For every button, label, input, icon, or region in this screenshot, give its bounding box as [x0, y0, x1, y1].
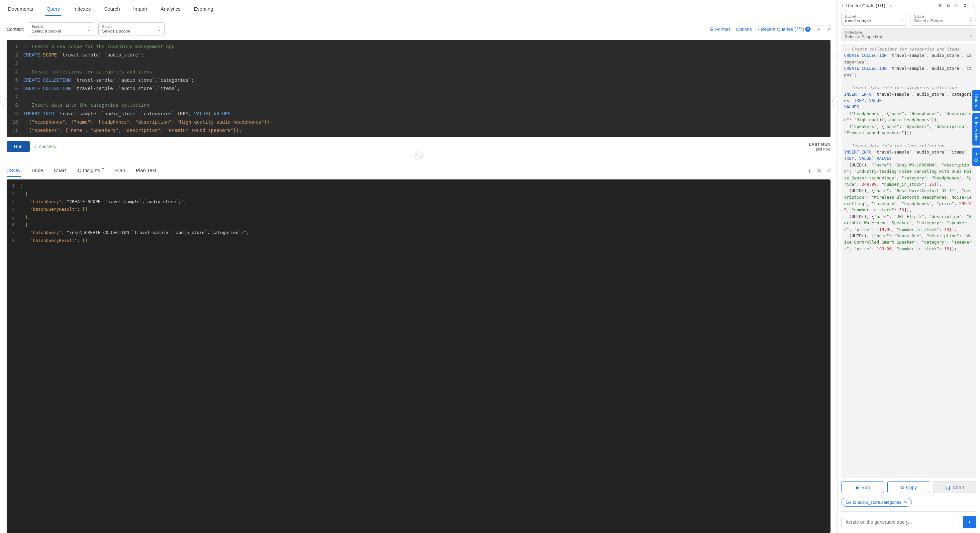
chevron-down-icon: ⌄ [900, 16, 904, 21]
bucket-select-label: Bucket [32, 25, 91, 29]
next-query-button[interactable]: › [832, 96, 842, 107]
side-run-label: Run [861, 485, 870, 490]
download-icon[interactable]: ⭳ [808, 168, 812, 173]
play-icon: ▶ [856, 485, 859, 490]
side-collections-value: Select a Scope first [845, 34, 973, 39]
format-label: Format [715, 27, 730, 32]
last-run-info: LAST RUN just now [808, 142, 830, 151]
last-run-value: just now [808, 147, 830, 151]
side-chart-button: 📊Chart [934, 482, 976, 493]
generated-query-code[interactable]: -- Create collections for categories and… [842, 44, 976, 478]
side-bucket-select[interactable]: Bucket travel-sample ⌄ [842, 12, 907, 25]
copy-icon: ⧉ [900, 484, 904, 490]
options-button[interactable]: Options [736, 27, 752, 32]
recent-queries-button[interactable]: ‹Recent Queries (7/7)? [758, 27, 811, 32]
new-chat-button[interactable]: ＋ [889, 3, 893, 9]
context-label: Context: [6, 27, 24, 32]
result-tab-chart[interactable]: Chart [53, 165, 67, 177]
side-scope-label: Scope [914, 14, 973, 18]
format-button[interactable]: ☰Format [710, 27, 730, 32]
tab-query[interactable]: Query [45, 3, 62, 16]
run-status: ✓success [34, 144, 56, 149]
run-status-label: success [39, 144, 56, 149]
recent-chats-label: Recent Chats (1/1) [846, 3, 885, 8]
more-icon[interactable]: ⋮ [972, 3, 976, 8]
side-bucket-value: travel-sample [845, 18, 904, 23]
copy-icon[interactable]: ⧉ [947, 3, 950, 8]
sparkle-icon: ✦ [100, 167, 104, 171]
rail-tab--iq[interactable]: ✦ iQ [972, 148, 980, 166]
rail-tab-index-advice[interactable]: Index Advice [972, 113, 980, 146]
prev-query-button[interactable]: ‹ [0, 96, 5, 107]
result-tab-table[interactable]: Table [30, 165, 44, 177]
result-tab-json[interactable]: JSON [6, 165, 21, 177]
result-tab-plan[interactable]: Plan [115, 165, 126, 177]
format-icon: ☰ [710, 27, 714, 32]
side-copy-label: Copy [906, 485, 917, 490]
side-bucket-label: Bucket [845, 14, 904, 18]
side-copy-button[interactable]: ⧉Copy [887, 482, 930, 493]
result-tab-iq-insights[interactable]: iQ Insights ✦ [76, 165, 105, 177]
last-run-label: LAST RUN [808, 142, 830, 147]
help-badge[interactable]: ? [805, 27, 811, 32]
scope-select[interactable]: Scope Select a scope ⌄ [98, 22, 165, 36]
side-scope-select[interactable]: Scope Select a Scope ⌄ [910, 12, 976, 25]
chat-input[interactable] [842, 516, 960, 528]
gear-icon[interactable]: ⚙ [963, 3, 967, 8]
recent-queries-label: Recent Queries (7/7) [761, 27, 804, 32]
sparkle-icon: ✦ [968, 520, 971, 525]
result-tab-plan-text[interactable]: Plan Text [135, 165, 157, 177]
tab-import[interactable]: Import [132, 3, 149, 16]
chevron-down-icon: ⌄ [969, 16, 972, 21]
tab-analytics[interactable]: Analytics [159, 3, 182, 16]
rail-tab-history[interactable]: History [972, 90, 980, 111]
chevron-down-icon: ⌄ [969, 32, 973, 37]
tab-eventing[interactable]: Eventing [192, 3, 214, 16]
resize-handle[interactable]: ⌃⌄ [414, 151, 423, 160]
chevron-down-icon: ⌄ [158, 27, 161, 32]
checkmark-icon: ✓ [34, 144, 38, 149]
fullscreen-icon[interactable]: ⤢ [827, 27, 830, 32]
scope-select-value: Select a scope [102, 29, 161, 33]
trash-icon[interactable]: 🗑 [938, 3, 942, 8]
recent-chats-title[interactable]: Recent Chats (1/1) [846, 3, 885, 8]
json-result-view[interactable]: 1[2 {3 "batchQuery": "CREATE SCOPE `trav… [6, 180, 830, 533]
side-run-button[interactable]: ▶Run [842, 482, 884, 493]
add-query-button[interactable]: ＋ [816, 26, 821, 32]
side-collections-select[interactable]: Collections Select a Scope first ⌄ [842, 28, 976, 41]
query-editor[interactable]: 1-- Create a new scope for the inventory… [6, 40, 830, 137]
goto-collection-chip[interactable]: Go to audio_store.categories✎ [842, 498, 912, 507]
goto-chip-label: Go to audio_store.categories [846, 500, 901, 505]
run-button[interactable]: Run [6, 141, 30, 152]
side-chart-label: Chart [953, 485, 964, 490]
side-collections-label: Collections [845, 30, 973, 34]
scope-select-label: Scope [102, 25, 161, 29]
chat-send-button[interactable]: ✦ [963, 516, 976, 528]
fullscreen-icon[interactable]: ⤢ [827, 168, 830, 173]
chevron-down-icon: ⌄ [87, 27, 91, 32]
bucket-select-value: Select a bucket [32, 29, 91, 33]
tab-search[interactable]: Search [103, 3, 121, 16]
side-scope-value: Select a Scope [914, 18, 973, 23]
chevron-left-icon: ‹ [758, 27, 759, 32]
tab-documents[interactable]: Documents [6, 3, 35, 16]
star-icon[interactable]: ☆ [955, 3, 958, 8]
copy-icon[interactable]: ⧉ [818, 168, 821, 173]
chart-icon: 📊 [945, 485, 951, 490]
wand-icon: ✎ [904, 500, 908, 505]
bucket-select[interactable]: Bucket Select a bucket ⌄ [28, 22, 94, 36]
tab-indexes[interactable]: Indexes [72, 3, 92, 16]
chat-back-button[interactable]: ‹ [842, 3, 843, 8]
